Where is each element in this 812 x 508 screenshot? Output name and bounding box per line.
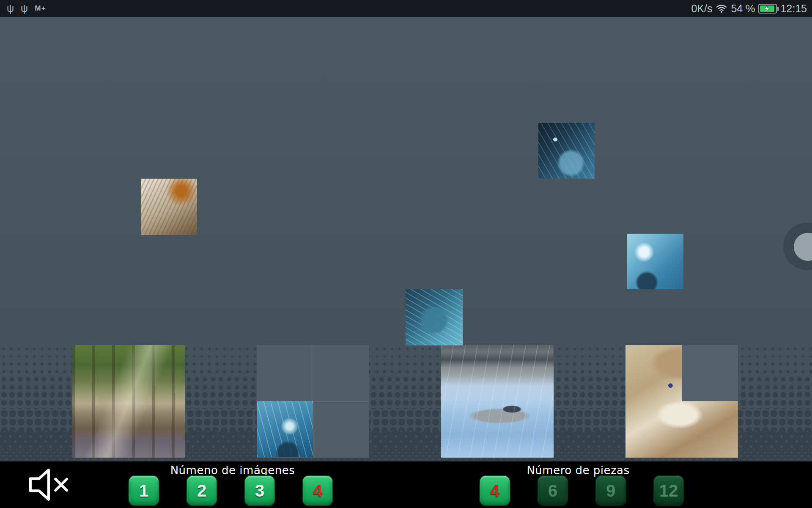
pieces-count-button-9[interactable]: 9 <box>596 476 625 505</box>
images-count-button-1[interactable]: 1 <box>129 476 159 505</box>
status-bar: ψ ψ M+ 0K/s 54 % 12:15 <box>0 0 812 17</box>
piece-bark[interactable] <box>141 179 197 235</box>
images-count-button-4[interactable]: 4 <box>303 476 332 505</box>
board-forest[interactable] <box>72 345 185 458</box>
m-plus-network-icon: M+ <box>35 4 46 13</box>
network-speed: 0K/s <box>691 3 712 15</box>
assistive-touch-ball-inner <box>794 233 812 261</box>
assistive-touch-ball[interactable] <box>783 223 812 270</box>
board-jets[interactable] <box>441 345 554 458</box>
status-left-icons: ψ ψ M+ <box>7 0 46 17</box>
piece-dandelion-core[interactable] <box>406 289 463 345</box>
pieces-count-button-12[interactable]: 12 <box>654 476 683 505</box>
status-right-cluster: 0K/s 54 % 12:15 <box>691 0 807 17</box>
piece-drops-placed[interactable] <box>257 401 313 457</box>
board-doll[interactable] <box>625 345 738 458</box>
game-screen: ψ ψ M+ 0K/s 54 % 12:15 <box>0 0 812 508</box>
pieces-count-button-4[interactable]: 4 <box>480 476 510 505</box>
mute-speaker-icon[interactable] <box>25 467 76 502</box>
images-count-label: Númeno de imágenes <box>170 464 295 477</box>
images-count-button-3[interactable]: 3 <box>245 476 274 505</box>
pieces-count-label: Número de piezas <box>527 464 629 477</box>
piece-water-drops[interactable] <box>627 234 683 289</box>
wifi-icon <box>716 4 727 13</box>
usb-icon: ψ <box>21 3 28 14</box>
control-bar: Númeno de imágenes Inicia Puzzle Número … <box>0 461 812 508</box>
pieces-count-button-6[interactable]: 6 <box>538 476 568 505</box>
images-count-button-2[interactable]: 2 <box>187 476 217 505</box>
usb-icon: ψ <box>7 3 14 14</box>
battery-charging-icon <box>758 4 777 14</box>
battery-percent: 54 % <box>731 3 755 15</box>
board-doll-empty-cell[interactable] <box>682 345 738 401</box>
charging-bolt-icon <box>763 5 771 12</box>
clock: 12:15 <box>780 3 807 15</box>
piece-dandelion-drops[interactable] <box>538 123 595 179</box>
